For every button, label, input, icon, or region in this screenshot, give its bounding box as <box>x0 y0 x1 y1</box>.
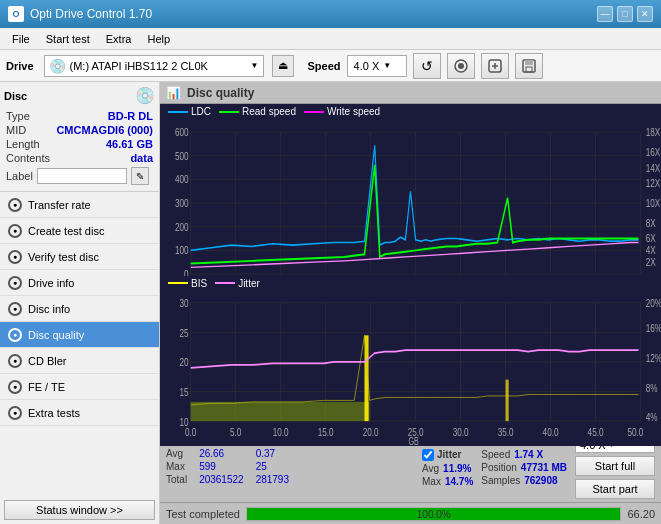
svg-text:15: 15 <box>180 385 189 398</box>
bis-color <box>168 282 188 284</box>
svg-text:45.0: 45.0 <box>588 425 604 438</box>
svg-text:200: 200 <box>175 221 189 233</box>
avg-ldc: 26.66 <box>193 447 250 460</box>
svg-point-1 <box>458 63 464 69</box>
svg-text:300: 300 <box>175 197 189 209</box>
svg-text:5.0: 5.0 <box>230 425 242 438</box>
toolbar-btn-2[interactable] <box>447 53 475 79</box>
svg-text:12%: 12% <box>646 351 661 364</box>
total-bis: 281793 <box>250 473 295 486</box>
label-edit-button[interactable]: ✎ <box>131 167 149 185</box>
menu-file[interactable]: File <box>4 31 38 47</box>
sidebar-item-disc-quality[interactable]: ●Disc quality <box>0 322 159 348</box>
menu-starttest[interactable]: Start test <box>38 31 98 47</box>
contents-label: Contents <box>6 152 50 164</box>
jitter-label: Jitter <box>437 449 461 460</box>
total-label: Total <box>166 473 193 486</box>
close-button[interactable]: ✕ <box>637 6 653 22</box>
drive-selector[interactable]: 💿 (M:) ATAPI iHBS112 2 CL0K ▼ <box>44 55 264 77</box>
sidebar-item-verify-test-disc[interactable]: ●Verify test disc <box>0 244 159 270</box>
start-full-button[interactable]: Start full <box>575 456 655 476</box>
length-label: Length <box>6 138 40 150</box>
writespeed-label: Write speed <box>327 106 380 117</box>
drive-dropdown-arrow: ▼ <box>251 61 259 70</box>
svg-text:14X: 14X <box>646 161 661 173</box>
stats-total-row: Total 20361522 281793 <box>166 473 295 486</box>
svg-text:30: 30 <box>180 297 189 310</box>
svg-text:400: 400 <box>175 173 189 185</box>
sidebar-item-fe-te[interactable]: ●FE / TE <box>0 374 159 400</box>
menu-extra[interactable]: Extra <box>98 31 140 47</box>
position-val: 47731 MB <box>521 462 567 473</box>
sidebar-item-create-test-disc[interactable]: ●Create test disc <box>0 218 159 244</box>
toolbar-btn-3[interactable] <box>481 53 509 79</box>
main-layout: Disc 💿 Type BD-R DL MID CMCMAGDI6 (000) … <box>0 82 661 524</box>
sidebar-item-label-verify-test-disc: Verify test disc <box>28 251 99 263</box>
sidebar-item-label-extra-tests: Extra tests <box>28 407 80 419</box>
speed-value: 4.0 X <box>354 60 380 72</box>
progress-bar-background: 100.0% <box>246 507 621 521</box>
svg-text:6X: 6X <box>646 232 657 244</box>
legend-readspeed: Read speed <box>219 106 296 117</box>
svg-text:40.0: 40.0 <box>543 425 559 438</box>
svg-text:GB: GB <box>408 435 418 446</box>
maximize-button[interactable]: □ <box>617 6 633 22</box>
writespeed-color <box>304 111 324 113</box>
jitter-checkbox[interactable] <box>422 449 434 461</box>
stats-avg-row: Avg 26.66 0.37 <box>166 447 295 460</box>
drive-label: Drive <box>6 60 34 72</box>
max-label: Max <box>166 460 193 473</box>
stats-max-row: Max 599 25 <box>166 460 295 473</box>
max-label-j: Max <box>422 476 441 487</box>
speed-row: Speed 1.74 X <box>481 449 567 460</box>
transfer-rate-icon: ● <box>8 198 22 212</box>
legend-jitter: Jitter <box>215 278 260 289</box>
svg-text:8%: 8% <box>646 381 658 394</box>
jitter-label: Jitter <box>238 278 260 289</box>
total-ldc: 20361522 <box>193 473 250 486</box>
sidebar-item-extra-tests[interactable]: ●Extra tests <box>0 400 159 426</box>
jitter-avg-row: Avg 11.9% <box>422 463 473 474</box>
max-ldc: 599 <box>193 460 250 473</box>
top-chart-area: LDC Read speed Write speed <box>160 104 661 276</box>
start-part-button[interactable]: Start part <box>575 479 655 499</box>
disc-type-row: Type BD-R DL <box>4 109 155 123</box>
toolbar-btn-1[interactable]: ↺ <box>413 53 441 79</box>
type-label: Type <box>6 110 30 122</box>
status-window-button[interactable]: Status window >> <box>4 500 155 520</box>
svg-text:30.0: 30.0 <box>453 425 469 438</box>
top-chart-legend: LDC Read speed Write speed <box>160 104 661 119</box>
svg-text:16%: 16% <box>646 322 661 335</box>
toolbar-btn-save[interactable] <box>515 53 543 79</box>
eject-button[interactable]: ⏏ <box>272 55 294 77</box>
menu-help[interactable]: Help <box>139 31 178 47</box>
sidebar-item-label-disc-quality: Disc quality <box>28 329 84 341</box>
svg-text:15.0: 15.0 <box>318 425 334 438</box>
sidebar-item-transfer-rate[interactable]: ●Transfer rate <box>0 192 159 218</box>
speed-selector[interactable]: 4.0 X ▼ <box>347 55 407 77</box>
create-test-disc-icon: ● <box>8 224 22 238</box>
jitter-header: Jitter <box>422 449 473 461</box>
app-title: Opti Drive Control 1.70 <box>30 7 152 21</box>
avg-label-j: Avg <box>422 463 439 474</box>
avg-label: Avg <box>166 447 193 460</box>
top-chart-svg: 600 500 400 300 200 100 0 18X 16X 14X 12… <box>160 119 661 290</box>
jitter-max-val: 14.7% <box>445 476 473 487</box>
svg-rect-4 <box>525 60 533 65</box>
chart-icon: 📊 <box>166 86 181 100</box>
label-input[interactable] <box>37 168 127 184</box>
position-key: Position <box>481 462 517 473</box>
disc-length-row: Length 46.61 GB <box>4 137 155 151</box>
content-area: 📊 Disc quality LDC Read speed Write spee… <box>160 82 661 524</box>
jitter-max-row: Max 14.7% <box>422 476 473 487</box>
sidebar-item-cd-bler[interactable]: ●CD Bler <box>0 348 159 374</box>
svg-text:600: 600 <box>175 126 189 138</box>
sidebar-item-disc-info[interactable]: ●Disc info <box>0 296 159 322</box>
minimize-button[interactable]: — <box>597 6 613 22</box>
disc-icon: 💿 <box>135 86 155 105</box>
sidebar-item-label-disc-info: Disc info <box>28 303 70 315</box>
label-label: Label <box>6 170 33 182</box>
type-value: BD-R DL <box>108 110 153 122</box>
sidebar-item-drive-info[interactable]: ●Drive info <box>0 270 159 296</box>
svg-text:25: 25 <box>180 326 189 339</box>
